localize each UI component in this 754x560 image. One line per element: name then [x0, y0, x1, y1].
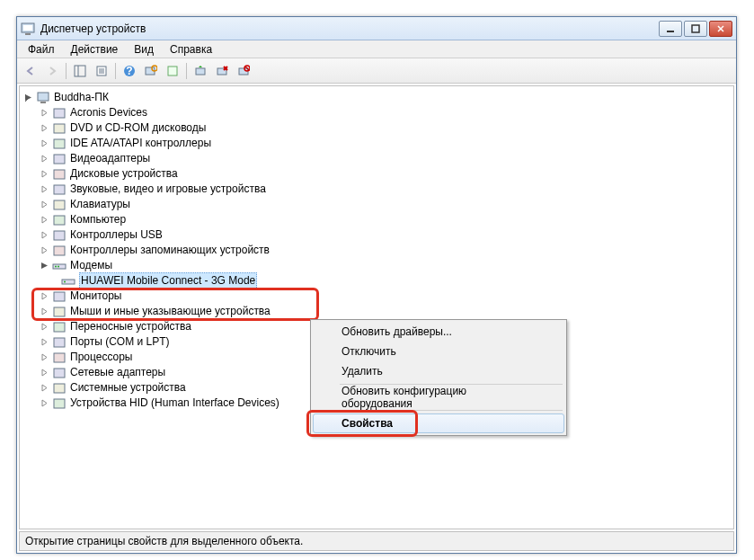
- device-category-icon: [52, 396, 67, 411]
- expander-icon[interactable]: [40, 108, 49, 118]
- tree-node[interactable]: IDE ATA/ATAPI контроллеры: [22, 136, 732, 151]
- window-title: Диспетчер устройств: [40, 22, 659, 35]
- minimize-button[interactable]: [659, 21, 682, 37]
- expander-icon[interactable]: [40, 245, 49, 255]
- device-category-icon: [52, 167, 67, 182]
- expander-icon[interactable]: [40, 169, 49, 179]
- menubar: Файл Действие Вид Справка: [17, 40, 736, 58]
- tree-node[interactable]: DVD и CD-ROM дисководы: [22, 120, 732, 136]
- uninstall-toolbar-button[interactable]: [212, 61, 232, 81]
- tree-node-label[interactable]: Дисковые устройства: [70, 166, 178, 182]
- tree-node-label[interactable]: Видеоадаптеры: [70, 151, 150, 166]
- tree-node-label[interactable]: Контроллеры запоминающих устройств: [70, 243, 270, 258]
- expander-icon[interactable]: [40, 215, 49, 225]
- tree-node-label[interactable]: Порты (COM и LPT): [70, 334, 170, 350]
- expander-icon[interactable]: [40, 154, 49, 164]
- scan-hardware-button[interactable]: [141, 61, 161, 81]
- update-driver-toolbar-button[interactable]: [191, 61, 210, 81]
- ctx-refresh-hardware[interactable]: Обновить конфигурацию оборудования: [313, 387, 564, 407]
- svg-rect-35: [54, 231, 65, 240]
- tree-node-label[interactable]: Контроллеры USB: [70, 227, 163, 243]
- expander-icon[interactable]: [40, 200, 49, 209]
- ctx-disable[interactable]: Отключить: [313, 342, 564, 361]
- tree-node-label[interactable]: Устройства HID (Human Interface Devices): [70, 396, 279, 411]
- tree-node[interactable]: Мониторы: [22, 289, 732, 304]
- tree-node-label[interactable]: DVD и CD-ROM дисководы: [70, 120, 206, 136]
- tree-node-label[interactable]: Мыши и иные указывающие устройства: [70, 304, 271, 319]
- tree-node[interactable]: Клавиатуры: [22, 197, 732, 212]
- tree-root-label[interactable]: Buddha-ПК: [54, 90, 109, 105]
- tree-node[interactable]: Контроллеры запоминающих устройств: [22, 243, 732, 258]
- context-menu: Обновить драйверы... Отключить Удалить О…: [310, 319, 567, 436]
- expander-icon[interactable]: [40, 398, 49, 408]
- tree-node-label[interactable]: Сетевые адаптеры: [70, 365, 165, 380]
- tree-node-label[interactable]: Переносные устройства: [70, 319, 191, 334]
- expander-icon[interactable]: [40, 138, 49, 148]
- menu-help[interactable]: Справка: [163, 41, 219, 58]
- svg-rect-43: [54, 307, 65, 316]
- expander-icon[interactable]: [40, 383, 49, 393]
- tree-node-label[interactable]: Клавиатуры: [70, 197, 130, 212]
- svg-rect-4: [692, 25, 699, 32]
- device-category-icon: [52, 244, 67, 258]
- tree-node-label[interactable]: Acronis Devices: [70, 105, 147, 120]
- expander-icon[interactable]: [40, 307, 49, 316]
- menu-file[interactable]: Файл: [21, 41, 62, 58]
- svg-rect-44: [54, 323, 65, 332]
- device-category-icon: [52, 198, 67, 212]
- menu-view[interactable]: Вид: [127, 41, 161, 58]
- maximize-button[interactable]: [684, 21, 707, 37]
- toolbar-button-6[interactable]: [163, 61, 182, 81]
- tree-node-label[interactable]: Звуковые, видео и игровые устройства: [70, 182, 266, 197]
- device-category-icon: [52, 320, 67, 334]
- expander-icon[interactable]: [40, 184, 49, 194]
- statusbar: Открытие страницы свойств для выделенног…: [19, 531, 734, 551]
- back-button[interactable]: [21, 61, 40, 81]
- ctx-properties[interactable]: Свойства: [313, 413, 564, 433]
- expander-icon[interactable]: [40, 230, 49, 240]
- svg-text:?: ?: [126, 65, 132, 77]
- svg-rect-49: [54, 399, 65, 408]
- tree-node[interactable]: Acronis Devices: [22, 105, 732, 120]
- device-category-icon: [52, 228, 67, 243]
- tree-node-label[interactable]: Системные устройства: [70, 380, 186, 396]
- tree-node-label[interactable]: Мониторы: [70, 289, 121, 304]
- tree-node-modems[interactable]: Модемы: [70, 258, 112, 273]
- tree-node-label[interactable]: Процессоры: [70, 350, 133, 365]
- close-button[interactable]: [709, 21, 732, 37]
- toolbar: ?: [17, 58, 736, 84]
- tree-node-huawei-modem[interactable]: HUAWEI Mobile Connect - 3G Mode: [79, 272, 257, 289]
- menu-action[interactable]: Действие: [64, 41, 126, 58]
- ctx-delete[interactable]: Удалить: [313, 361, 564, 381]
- disable-toolbar-button[interactable]: [234, 61, 253, 81]
- svg-rect-7: [75, 66, 85, 76]
- expander-icon[interactable]: [40, 352, 49, 362]
- expander-icon[interactable]: [40, 261, 49, 271]
- device-category-icon: [52, 106, 67, 120]
- tree-node[interactable]: Звуковые, видео и игровые устройства: [22, 182, 732, 197]
- tree-node[interactable]: Контроллеры USB: [22, 227, 732, 243]
- expander-icon[interactable]: [40, 291, 49, 301]
- svg-rect-1: [23, 25, 32, 31]
- app-icon: [21, 22, 35, 36]
- show-hide-tree-button[interactable]: [70, 61, 90, 81]
- tree-node[interactable]: Дисковые устройства: [22, 166, 732, 182]
- tree-node[interactable]: Компьютер: [22, 212, 732, 227]
- svg-rect-48: [54, 384, 65, 393]
- expander-icon[interactable]: [40, 337, 49, 347]
- properties-toolbar-button[interactable]: [92, 61, 111, 81]
- forward-button[interactable]: [42, 61, 62, 81]
- svg-point-38: [55, 265, 57, 267]
- help-toolbar-button[interactable]: ?: [120, 61, 139, 81]
- svg-rect-33: [54, 200, 65, 209]
- tree-node[interactable]: Видеоадаптеры: [22, 151, 732, 166]
- expander-icon[interactable]: [40, 322, 49, 332]
- expander-icon[interactable]: [40, 123, 49, 133]
- expander-icon[interactable]: [40, 368, 49, 378]
- tree-node[interactable]: Мыши и иные указывающие устройства: [22, 304, 732, 319]
- tree-node-label[interactable]: IDE ATA/ATAPI контроллеры: [70, 136, 211, 151]
- ctx-update-drivers[interactable]: Обновить драйверы...: [313, 322, 564, 342]
- svg-rect-32: [54, 185, 65, 194]
- tree-node-label[interactable]: Компьютер: [70, 212, 126, 227]
- expander-icon[interactable]: [23, 93, 33, 102]
